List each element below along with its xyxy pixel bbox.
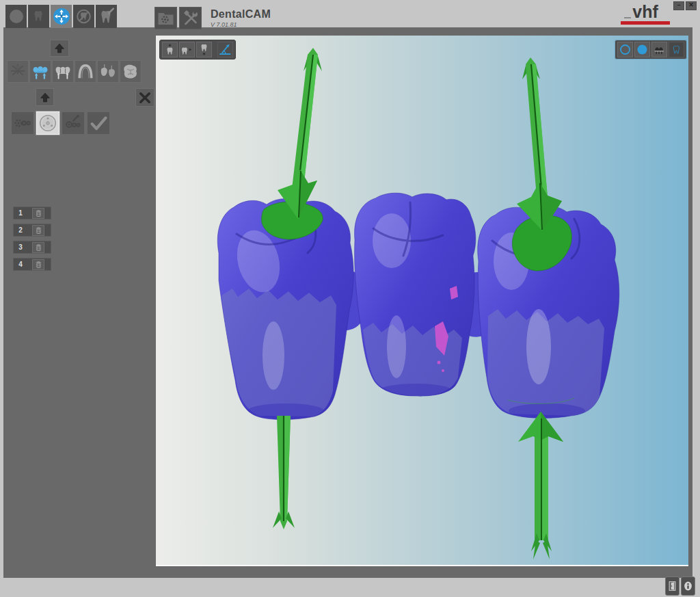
vhf-logo-redbar xyxy=(621,21,670,25)
app-title: DentalCAM xyxy=(211,8,271,21)
job-number: 3 xyxy=(14,243,27,251)
insertion-arrow-top-right[interactable] xyxy=(517,57,562,231)
job-settings-button[interactable] xyxy=(154,7,177,29)
wrench-screwdriver-icon xyxy=(183,10,199,27)
job-list: 1 2 3 4 xyxy=(13,207,51,271)
arrow-up-icon xyxy=(39,92,51,103)
show-object-button[interactable] xyxy=(669,42,684,57)
view-occlusal-button[interactable] xyxy=(162,42,178,57)
job-number: 4 xyxy=(14,261,27,268)
delete-job-button[interactable] xyxy=(32,242,44,253)
trash-icon xyxy=(35,243,42,252)
workflow-step-bar xyxy=(7,60,142,83)
info-icon xyxy=(683,579,693,593)
tooth-arrow-down-icon xyxy=(198,43,211,56)
folder-gear-icon xyxy=(157,10,174,26)
trash-icon xyxy=(35,226,42,235)
info-button[interactable] xyxy=(681,576,695,596)
nest-with-tool-button[interactable] xyxy=(62,111,85,135)
circle-filled-icon xyxy=(636,43,649,56)
blank-view-button[interactable] xyxy=(36,111,59,135)
close-panel-button[interactable] xyxy=(135,88,154,107)
vhf-logo-text: vhf xyxy=(632,3,658,21)
job-row[interactable]: 1 xyxy=(13,207,51,220)
job-row[interactable]: 2 xyxy=(13,224,51,237)
step-back-button[interactable] xyxy=(50,40,69,57)
tooth-blocked-icon xyxy=(76,8,92,25)
tab-objects[interactable] xyxy=(28,5,49,28)
app-title-block: DentalCAM V 7.01.81 xyxy=(211,8,271,28)
insertion-angle-icon xyxy=(218,42,232,57)
step-axes[interactable] xyxy=(7,60,29,83)
disc-tool-icon xyxy=(64,114,82,132)
insertion-tail-bottom-left[interactable] xyxy=(273,416,295,529)
job-row[interactable]: 3 xyxy=(13,241,51,254)
door-icon xyxy=(667,579,677,593)
step-segments[interactable] xyxy=(97,60,119,83)
axes-tooth-icon xyxy=(8,62,27,81)
bridge-model[interactable] xyxy=(217,193,619,419)
circle-outline-icon xyxy=(619,43,632,56)
tooth-mill-icon xyxy=(98,8,116,25)
step-single-object[interactable] xyxy=(120,60,142,83)
tooth-outline-icon xyxy=(671,44,682,55)
tooth-arrow-up-icon xyxy=(163,43,176,56)
close-button[interactable]: ✕ xyxy=(686,1,697,10)
jaw-segments-icon xyxy=(98,62,118,81)
check-icon xyxy=(89,114,108,133)
trash-icon xyxy=(35,209,42,217)
minimize-button[interactable]: – xyxy=(673,1,684,10)
3d-viewport[interactable] xyxy=(156,36,688,566)
service-tools-button[interactable] xyxy=(179,7,202,29)
delete-job-button[interactable] xyxy=(32,259,44,270)
confirm-button[interactable] xyxy=(87,111,110,135)
tab-machining[interactable] xyxy=(96,5,117,28)
top-toolbar xyxy=(154,7,202,29)
nest-nav-up-button[interactable] xyxy=(36,88,54,106)
blank-layers-icon xyxy=(653,43,666,56)
arrow-up-icon xyxy=(53,42,66,54)
status-bar xyxy=(0,578,700,597)
delete-job-button[interactable] xyxy=(32,225,44,236)
status-buttons xyxy=(665,576,695,596)
scene-canvas[interactable] xyxy=(156,36,688,565)
step-full-arch[interactable] xyxy=(75,60,96,83)
app-version: V 7.01.81 xyxy=(211,21,271,28)
tooth-icon xyxy=(31,9,46,24)
job-row[interactable]: 4 xyxy=(13,258,51,271)
dentalcam-window: { "window": { "title": "DentalCAM", "ver… xyxy=(0,0,700,597)
tooth-arrow-right-icon xyxy=(180,43,193,56)
show-solid-button[interactable] xyxy=(634,42,650,57)
exit-button[interactable] xyxy=(665,576,679,596)
tab-blocked[interactable] xyxy=(73,5,94,28)
delete-job-button[interactable] xyxy=(32,208,44,219)
view-side-button[interactable] xyxy=(179,42,195,57)
show-blank-button[interactable] xyxy=(651,42,667,57)
job-number: 1 xyxy=(14,209,27,217)
vhf-logo: vhf xyxy=(619,3,671,25)
trash-icon xyxy=(35,261,42,269)
main-tab-bar xyxy=(5,5,117,28)
bridge-arrows-icon xyxy=(53,62,72,81)
step-sink-preview[interactable] xyxy=(52,60,74,83)
tab-overview[interactable] xyxy=(5,5,27,28)
step-sink-direction-active[interactable] xyxy=(29,60,51,83)
circle-icon xyxy=(8,8,25,25)
discs-chain-icon xyxy=(14,114,31,132)
tab-positioning[interactable] xyxy=(51,5,72,28)
insertion-arrow-top-left[interactable] xyxy=(278,48,322,219)
x-icon xyxy=(138,91,152,105)
display-mode-toolbar xyxy=(615,40,687,59)
jaw-arch-icon xyxy=(76,62,95,81)
view-direction-toolbar xyxy=(159,40,236,59)
move-tooth-icon xyxy=(53,8,70,25)
disc-top-icon xyxy=(38,114,57,133)
nesting-toolbar xyxy=(11,111,110,135)
insertion-arrow-bottom-right[interactable] xyxy=(518,412,563,559)
auto-nest-button[interactable] xyxy=(11,111,34,135)
view-bottom-button[interactable] xyxy=(196,42,212,57)
show-wireframe-button[interactable] xyxy=(617,42,633,57)
bridge-arrows-icon xyxy=(31,62,50,81)
window-controls: – ✕ xyxy=(673,1,697,10)
set-insertion-angle-button[interactable] xyxy=(217,42,233,57)
